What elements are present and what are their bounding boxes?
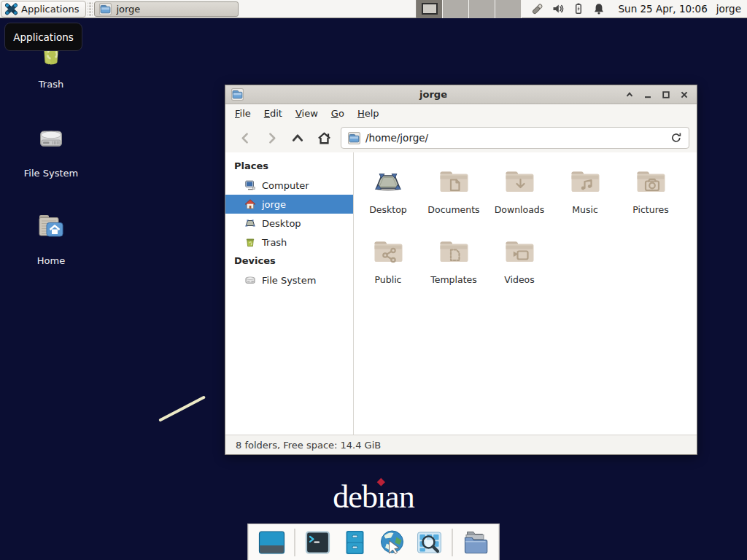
sidebar-item-label: jorge [262, 199, 286, 210]
user-actions-button[interactable]: jorge [713, 3, 747, 15]
workspace-3[interactable] [469, 0, 495, 18]
dock-item-file-manager[interactable] [341, 528, 370, 557]
folder-pictures[interactable]: Pictures [618, 160, 684, 230]
applications-menu-button[interactable]: Applications [1, 1, 86, 18]
nav-buttons [234, 128, 335, 148]
tooltip: Applications [4, 23, 82, 51]
home-icon [317, 131, 331, 145]
folder-music[interactable]: Music [552, 160, 618, 230]
up-button[interactable] [287, 128, 309, 148]
desktop-icon-home[interactable]: Home [18, 209, 84, 266]
cursor-trail-artifact [158, 395, 206, 421]
workspace-switcher [416, 0, 522, 18]
app-finder-icon [415, 528, 444, 557]
show-desktop-icon [258, 528, 287, 557]
menu-go[interactable]: Go [325, 105, 351, 122]
desktop-icon-file-system[interactable]: File System [18, 121, 84, 179]
dock-item-terminal[interactable] [303, 528, 333, 557]
menu-view[interactable]: View [289, 105, 325, 122]
dock [248, 524, 500, 560]
desktop-icon-label: Home [18, 255, 84, 266]
share-folder-icon [371, 234, 406, 269]
panel-handle[interactable] [88, 2, 93, 16]
trash-small-icon [244, 236, 256, 248]
desktop-icon-label: Trash [18, 79, 84, 90]
forward-button[interactable] [260, 128, 282, 148]
battery-charging-icon[interactable] [572, 2, 585, 15]
folder-label: Downloads [495, 204, 545, 215]
folder-documents[interactable]: Documents [421, 160, 487, 230]
workspace-4[interactable] [495, 0, 522, 18]
workspace-window-preview [422, 3, 438, 15]
toolbar: /home/jorge/ [225, 123, 697, 152]
document-folder-icon [436, 164, 471, 199]
sidebar-item-label: File System [262, 275, 316, 286]
desktop: Applications jorge Sun 25 Apr, 10:06 jor… [0, 0, 747, 560]
web-browser-icon [378, 528, 407, 557]
directory-menu-icon [461, 528, 490, 557]
file-manager-icon [341, 528, 370, 557]
notifications-icon[interactable] [592, 2, 605, 15]
folder-icon [99, 3, 112, 15]
sidebar: Places Computer jorge Desktop TrashDevic… [225, 152, 354, 435]
minimize-button[interactable] [641, 88, 654, 101]
taskbar-window-button[interactable]: jorge [94, 1, 239, 17]
folder-templates[interactable]: Templates [421, 230, 487, 300]
dock-item-show-desktop[interactable] [258, 528, 287, 557]
file-manager-window: jorge FileEditViewGoHelp /home/jorge/ Pl… [225, 85, 697, 455]
minimize-icon [643, 90, 652, 99]
music-folder-icon [568, 164, 603, 199]
sidebar-item-jorge[interactable]: jorge [225, 195, 353, 214]
clock[interactable]: Sun 25 Apr, 10:06 [613, 3, 713, 15]
window-folder-icon [231, 88, 244, 101]
path-text: /home/jorge/ [365, 132, 665, 144]
refresh-icon[interactable] [670, 132, 682, 144]
camera-folder-icon [633, 164, 668, 199]
folder-label: Public [375, 274, 402, 285]
debian-logo: debıan [333, 481, 414, 513]
dock-item-web-browser[interactable] [378, 528, 407, 557]
sidebar-item-computer[interactable]: Computer [225, 176, 353, 195]
close-button[interactable] [678, 88, 691, 101]
menu-file[interactable]: File [228, 105, 258, 122]
menu-edit[interactable]: Edit [258, 105, 289, 122]
dock-separator [295, 529, 295, 556]
dock-separator [452, 529, 453, 556]
forward-icon [266, 132, 278, 144]
workspace-2[interactable] [443, 0, 469, 18]
folder-videos[interactable]: Videos [487, 230, 552, 300]
sidebar-item-file-system[interactable]: File System [225, 271, 353, 289]
computer-small-icon [244, 179, 256, 191]
window-content: Places Computer jorge Desktop TrashDevic… [225, 152, 697, 435]
folder-label: Templates [430, 274, 477, 285]
folder-label: Music [572, 204, 598, 215]
dock-item-directory-menu[interactable] [461, 528, 490, 557]
home-small-icon [244, 198, 256, 210]
menubar: FileEditViewGoHelp [225, 104, 697, 123]
sidebar-item-trash[interactable]: Trash [225, 233, 353, 252]
maximize-icon [662, 90, 670, 99]
path-bar[interactable]: /home/jorge/ [341, 127, 689, 149]
folder-public[interactable]: Public [355, 230, 421, 300]
workspace-1[interactable] [417, 0, 443, 18]
template-folder-icon [436, 234, 471, 269]
shade-button[interactable] [623, 88, 636, 101]
folder-desktop[interactable]: Desktop [355, 160, 421, 230]
maximize-button[interactable] [659, 88, 673, 101]
window-controls [623, 88, 691, 101]
sidebar-item-desktop[interactable]: Desktop [225, 214, 353, 233]
home-button[interactable] [313, 128, 335, 148]
sidebar-header-devices: Devices [225, 252, 353, 271]
titlebar[interactable]: jorge [225, 85, 697, 104]
back-button[interactable] [234, 128, 256, 148]
close-icon [680, 90, 689, 99]
sidebar-item-label: Desktop [262, 218, 301, 229]
dock-item-app-finder[interactable] [415, 528, 444, 557]
tooltip-text: Applications [13, 31, 73, 43]
drive-large-icon [34, 121, 69, 156]
folder-downloads[interactable]: Downloads [487, 160, 552, 230]
input-device-icon[interactable] [530, 2, 544, 16]
video-folder-icon [502, 234, 537, 269]
menu-help[interactable]: Help [351, 105, 386, 122]
volume-icon[interactable] [551, 2, 565, 15]
